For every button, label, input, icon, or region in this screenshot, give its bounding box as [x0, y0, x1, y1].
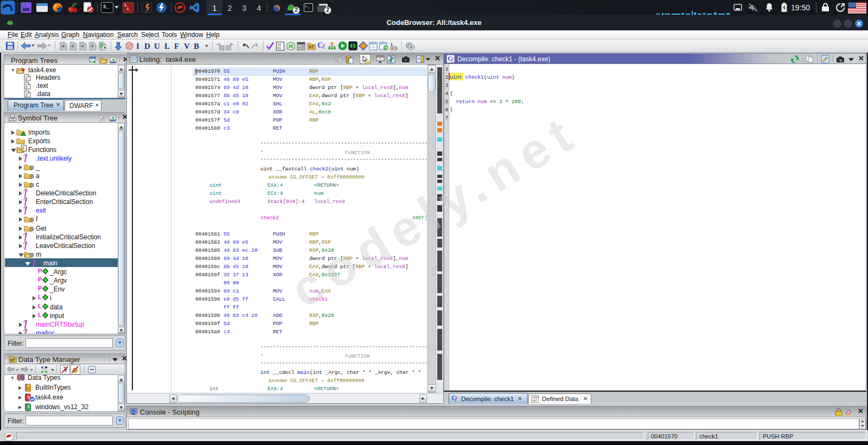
- svg-text:DT: DT: [10, 358, 15, 362]
- svg-text:01: 01: [277, 46, 282, 50]
- svg-text:DT: DT: [309, 45, 314, 49]
